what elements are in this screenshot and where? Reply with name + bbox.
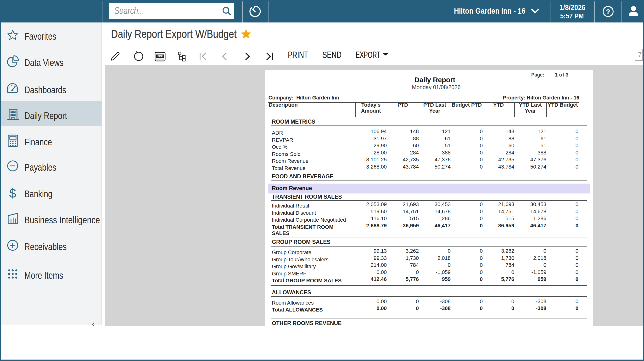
svg-text:PDF: PDF [158,55,163,58]
svg-text:?: ? [606,8,610,15]
